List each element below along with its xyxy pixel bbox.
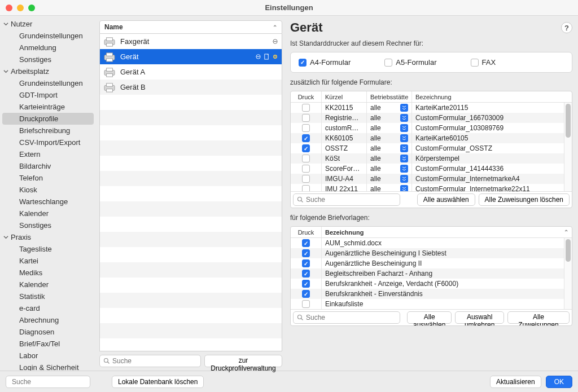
checkbox-icon[interactable] — [302, 175, 310, 183]
checkbox-icon[interactable] — [384, 59, 392, 67]
cell-betrieb[interactable]: alle — [367, 113, 412, 123]
table-row[interactable]: KöStalleKörperstempel — [291, 153, 564, 164]
sidebar-item[interactable]: Sonstiges — [2, 219, 94, 231]
sidebar-group-arbeitsplatz[interactable]: Arbeitsplatz — [0, 65, 96, 77]
checkbox-icon[interactable] — [302, 144, 310, 152]
sidebar-item[interactable]: Tagesliste — [2, 243, 94, 255]
sidebar-item[interactable]: Warteschlange — [2, 196, 94, 208]
sidebar-item[interactable]: Labor — [2, 350, 94, 362]
checkbox-icon[interactable] — [471, 59, 479, 67]
brief-scrollbar[interactable] — [564, 238, 572, 309]
checkbox-icon[interactable] — [302, 270, 310, 278]
checkbox-icon[interactable] — [302, 249, 310, 257]
cell-betrieb[interactable]: alle — [367, 153, 412, 164]
sidebar-item[interactable]: Kalender — [2, 279, 94, 290]
table-row[interactable]: Begleitschreiben Facharzt - Anhang — [291, 268, 564, 279]
table-row[interactable]: ScoreFor…alleCustomFormular_141444336 — [291, 164, 564, 174]
table-row[interactable]: KK20115alleKarteiKarte20115 — [291, 103, 564, 113]
checkbox-icon[interactable] — [302, 290, 310, 298]
table-row[interactable]: customR…alleCustomFormular_103089769 — [291, 123, 564, 133]
checkbox-icon[interactable] — [302, 300, 310, 308]
formulare-header[interactable]: Druck Kürzel Betriebsstätte Bezeichnung — [291, 91, 572, 103]
dropdown-icon[interactable] — [400, 134, 408, 142]
std-check[interactable]: FAX — [471, 58, 496, 67]
table-row[interactable]: Registrie…alleCustomFormular_166703009 — [291, 113, 564, 123]
brief-header[interactable]: Druck Bezeichnung⌃ — [291, 227, 572, 238]
cell-betrieb[interactable]: alle — [367, 123, 412, 133]
checkbox-icon[interactable] — [299, 59, 306, 67]
sidebar-item[interactable]: Bildarchiv — [2, 160, 94, 172]
sidebar-item[interactable]: Grundeinstellungen — [2, 77, 94, 89]
sidebar-item[interactable]: Kartei — [2, 255, 94, 267]
cell-betrieb[interactable]: alle — [367, 184, 412, 191]
brief-select-all-button[interactable]: Alle auswählen — [407, 311, 452, 324]
formulare-search[interactable] — [293, 193, 400, 206]
sidebar-group-nutzer[interactable]: Nutzer — [0, 18, 96, 30]
table-row[interactable]: Augenärztliche Bescheinigung I Siebtest — [291, 248, 564, 258]
checkbox-icon[interactable] — [302, 155, 310, 162]
ok-button[interactable]: OK — [546, 376, 572, 388]
table-row[interactable]: KK60105alleKarteiKarte60105 — [291, 133, 564, 143]
device-row[interactable]: Gerät — [100, 49, 282, 64]
std-check[interactable]: A5-Formular — [384, 58, 436, 67]
checkbox-icon[interactable] — [302, 259, 310, 267]
table-row[interactable]: OSSTZalleCustomFormular_OSSTZ — [291, 143, 564, 153]
sidebar-group-praxis[interactable]: Praxis — [0, 231, 96, 243]
brief-search-input[interactable] — [306, 314, 396, 321]
checkbox-icon[interactable] — [302, 124, 310, 132]
sidebar-item[interactable]: Kalender — [2, 208, 94, 219]
col-kurzel[interactable]: Kürzel — [322, 91, 367, 102]
table-row[interactable]: Berufskrankheit - Anzeige, Verdacht (F60… — [291, 279, 564, 289]
dropdown-icon[interactable] — [400, 185, 408, 191]
dropdown-icon[interactable] — [400, 175, 408, 183]
global-search-input[interactable] — [12, 378, 97, 386]
table-row[interactable]: IMGU-A4alleCustomFormular_InternetmarkeA… — [291, 174, 564, 184]
cell-betrieb[interactable]: alle — [367, 133, 412, 143]
sidebar-item[interactable]: Karteieinträge — [2, 101, 94, 113]
brief-clear-all-button[interactable]: Alle Zuweisungen löschen — [507, 311, 570, 324]
cell-betrieb[interactable]: alle — [367, 103, 412, 113]
device-row[interactable]: Gerät B — [100, 80, 282, 95]
device-row[interactable]: Faxgerät — [100, 34, 282, 49]
dropdown-icon[interactable] — [400, 165, 408, 173]
formulare-scrollbar[interactable] — [564, 103, 572, 191]
sidebar-item[interactable]: Sonstiges — [2, 54, 94, 65]
global-search[interactable] — [6, 376, 90, 388]
dropdown-icon[interactable] — [400, 104, 408, 112]
sidebar-item[interactable]: Mediks — [2, 267, 94, 279]
sidebar-item[interactable]: Diagnosen — [2, 326, 94, 338]
std-check[interactable]: A4-Formular — [299, 58, 351, 67]
col-druck[interactable]: Druck — [291, 227, 322, 237]
col-bez[interactable]: Bezeichnung — [412, 91, 572, 102]
device-search-input[interactable] — [112, 357, 197, 365]
goto-print-profile-button[interactable]: zur Druckprofilverwaltung — [204, 355, 282, 367]
sidebar-item[interactable]: Statistik — [2, 290, 94, 302]
device-list[interactable]: FaxgerätGerätGerät AGerät B — [99, 34, 282, 351]
formulare-clear-all-button[interactable]: Alle Zuweisungen löschen — [479, 193, 570, 206]
dropdown-icon[interactable] — [400, 144, 408, 152]
dropdown-icon[interactable] — [400, 114, 408, 122]
col-bez[interactable]: Bezeichnung⌃ — [322, 227, 572, 237]
sidebar-item[interactable]: Telefon — [2, 172, 94, 184]
brief-search[interactable] — [293, 311, 400, 324]
sidebar-item[interactable]: Druckprofile — [2, 113, 94, 125]
table-row[interactable]: Einkaufsliste — [291, 299, 564, 309]
cell-betrieb[interactable]: alle — [367, 164, 412, 174]
sidebar-item[interactable]: Brief/Fax/Tel — [2, 338, 94, 350]
checkbox-icon[interactable] — [302, 114, 310, 122]
col-druck[interactable]: Druck — [291, 91, 322, 102]
sidebar-item[interactable]: Abrechnung — [2, 314, 94, 326]
device-row[interactable]: Gerät A — [100, 64, 282, 80]
checkbox-icon[interactable] — [302, 280, 310, 288]
device-search[interactable] — [99, 355, 201, 367]
formulare-select-all-button[interactable]: Alle auswählen — [417, 193, 475, 206]
table-row[interactable]: IMU 22x11alleCustomFormular_Internetmark… — [291, 184, 564, 191]
sidebar-item[interactable]: e-card — [2, 302, 94, 314]
checkbox-icon[interactable] — [302, 104, 310, 112]
col-betrieb[interactable]: Betriebsstätte — [367, 91, 412, 102]
sidebar-item[interactable]: Grundeinstellungen — [2, 30, 94, 42]
checkbox-icon[interactable] — [302, 134, 310, 142]
checkbox-icon[interactable] — [302, 165, 310, 173]
sidebar-item[interactable]: GDT-Import — [2, 89, 94, 101]
sidebar-item[interactable]: Login & Sicherheit — [2, 362, 94, 371]
